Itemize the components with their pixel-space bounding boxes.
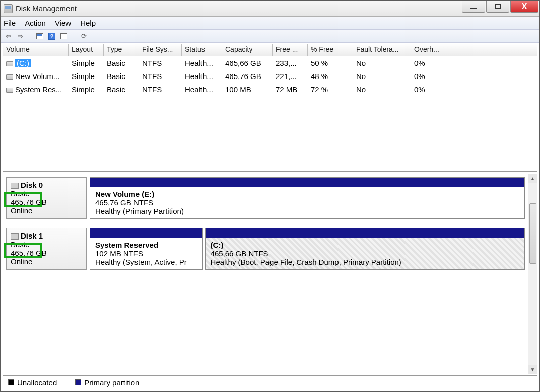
- volume-rows: (C:)SimpleBasicNTFSHealth...465,66 GB233…: [3, 56, 537, 96]
- cell-layout: Simple: [69, 58, 104, 68]
- scroll-thumb[interactable]: [529, 203, 536, 264]
- hdd-icon: [11, 233, 19, 240]
- minimize-icon: [470, 8, 477, 9]
- volume-row[interactable]: New Volum...SimpleBasicNTFSHealth...465,…: [3, 69, 537, 83]
- col-capacity[interactable]: Capacity: [222, 44, 273, 56]
- cell-layout: Simple: [69, 71, 104, 82]
- settings-button[interactable]: [59, 32, 69, 41]
- legend-pane: Unallocated Primary partition: [3, 375, 537, 389]
- window-title: Disk Management: [16, 4, 77, 13]
- partition-title: (C:): [211, 241, 519, 249]
- hdd-icon: [11, 183, 19, 189]
- maximize-icon: [495, 4, 501, 9]
- cell-pfree: 48 %: [308, 71, 353, 82]
- cell-filesys: NTFS: [139, 58, 182, 68]
- col-fault[interactable]: Fault Tolera...: [353, 44, 411, 56]
- cell-overhead: 0%: [411, 58, 456, 68]
- cell-free: 221,...: [273, 71, 308, 82]
- partition-body: New Volume (E:)465,76 GB NTFSHealthy (Pr…: [90, 187, 524, 218]
- legend-primary: Primary partition: [75, 378, 148, 387]
- partition[interactable]: New Volume (E:)465,76 GB NTFSHealthy (Pr…: [90, 177, 525, 219]
- volume-row[interactable]: (C:)SimpleBasicNTFSHealth...465,66 GB233…: [3, 56, 537, 69]
- cell-type: Basic: [104, 58, 139, 68]
- menu-file[interactable]: File: [4, 19, 16, 27]
- minimize-button[interactable]: [462, 1, 485, 13]
- cell-filesys: NTFS: [139, 84, 182, 95]
- help-button[interactable]: ?: [47, 32, 56, 41]
- partition-title: New Volume (E:): [95, 190, 519, 198]
- disk-name: Disk 0: [11, 181, 82, 189]
- volume-name: System Res...: [15, 85, 62, 94]
- menu-view[interactable]: View: [55, 19, 71, 27]
- partition[interactable]: System Reserved102 MB NTFSHealthy (Syste…: [90, 228, 203, 270]
- disk-info[interactable]: Disk 1Basic465,76 GBOnline: [6, 228, 87, 270]
- cell-type: Basic: [104, 84, 139, 95]
- close-button[interactable]: X: [510, 1, 538, 13]
- partition-status: Healthy (System, Active, Pr: [95, 258, 197, 266]
- disk-state: Online: [11, 206, 82, 215]
- legend-unallocated-label: Unallocated: [17, 378, 57, 387]
- partition-size: 465,76 GB NTFS: [95, 198, 519, 207]
- scroll-up-icon[interactable]: ▲: [528, 174, 537, 183]
- volume-name: (C:): [15, 59, 31, 67]
- swatch-unallocated-icon: [8, 379, 14, 385]
- scroll-down-icon[interactable]: ▼: [528, 365, 537, 374]
- col-status[interactable]: Status: [182, 44, 222, 56]
- cell-volume: New Volum...: [3, 71, 69, 82]
- col-type[interactable]: Type: [104, 44, 139, 56]
- properties-button[interactable]: [35, 32, 44, 41]
- cell-fault: No: [353, 71, 411, 82]
- menu-action[interactable]: Action: [25, 19, 46, 27]
- disk-block: Disk 1Basic465,76 GBOnlineSystem Reserve…: [6, 228, 525, 270]
- disk-name: Disk 1: [11, 231, 82, 240]
- partition-size: 102 MB NTFS: [95, 249, 197, 258]
- volume-row[interactable]: System Res...SimpleBasicNTFSHealth...100…: [3, 83, 537, 96]
- col-free[interactable]: Free ...: [273, 44, 308, 56]
- partition-area: New Volume (E:)465,76 GB NTFSHealthy (Pr…: [90, 177, 525, 219]
- cell-status: Health...: [182, 71, 222, 82]
- vertical-scrollbar[interactable]: ▲ ▼: [528, 174, 537, 374]
- col-filesys[interactable]: File Sys...: [139, 44, 182, 56]
- close-icon: X: [522, 2, 527, 11]
- cell-fault: No: [353, 58, 411, 68]
- cell-fault: No: [353, 84, 411, 95]
- disk-type: Basic: [11, 189, 82, 198]
- cell-layout: Simple: [69, 84, 104, 95]
- cell-free: 233,...: [273, 58, 308, 68]
- cell-overhead: 0%: [411, 84, 456, 95]
- titlebar: Disk Management X: [1, 1, 539, 17]
- disk-info[interactable]: Disk 0Basic465,76 GBOnline: [6, 177, 87, 219]
- disk-type: Basic: [11, 240, 82, 249]
- disk-size: 465,76 GB: [11, 198, 82, 206]
- col-volume[interactable]: Volume: [3, 44, 69, 56]
- partition-status: Healthy (Boot, Page File, Crash Dump, Pr…: [211, 258, 519, 266]
- cell-filesys: NTFS: [139, 71, 182, 82]
- cell-volume: (C:): [3, 58, 69, 68]
- partition-body: (C:)465,66 GB NTFSHealthy (Boot, Page Fi…: [206, 238, 524, 269]
- partition[interactable]: (C:)465,66 GB NTFSHealthy (Boot, Page Fi…: [205, 228, 525, 270]
- cell-pfree: 50 %: [308, 58, 353, 68]
- partition-size: 465,66 GB NTFS: [211, 249, 519, 258]
- menu-help[interactable]: Help: [80, 19, 96, 27]
- volume-list-pane: Volume Layout Type File Sys... Status Ca…: [3, 44, 537, 172]
- cell-type: Basic: [104, 71, 139, 82]
- forward-button[interactable]: ⇨: [16, 32, 25, 41]
- disk-block: Disk 0Basic465,76 GBOnlineNew Volume (E:…: [6, 177, 525, 219]
- toolbar: ⇦ ⇨ ? ⟳: [1, 30, 539, 43]
- window-controls: X: [462, 1, 539, 16]
- refresh-button[interactable]: ⟳: [79, 32, 88, 41]
- cell-capacity: 465,76 GB: [222, 71, 273, 82]
- col-pfree[interactable]: % Free: [308, 44, 353, 56]
- partition-status: Healthy (Primary Partition): [95, 207, 519, 215]
- back-button[interactable]: ⇦: [4, 32, 13, 41]
- col-overhead[interactable]: Overh...: [411, 44, 456, 56]
- maximize-button[interactable]: [486, 1, 509, 13]
- col-layout[interactable]: Layout: [69, 44, 104, 56]
- help-icon: ?: [48, 33, 55, 40]
- app-icon: [4, 4, 13, 13]
- legend-unallocated: Unallocated: [8, 378, 66, 387]
- cell-capacity: 465,66 GB: [222, 58, 273, 68]
- partition-body: System Reserved102 MB NTFSHealthy (Syste…: [90, 238, 202, 269]
- volume-list-header: Volume Layout Type File Sys... Status Ca…: [3, 44, 537, 56]
- volume-icon: [6, 61, 13, 66]
